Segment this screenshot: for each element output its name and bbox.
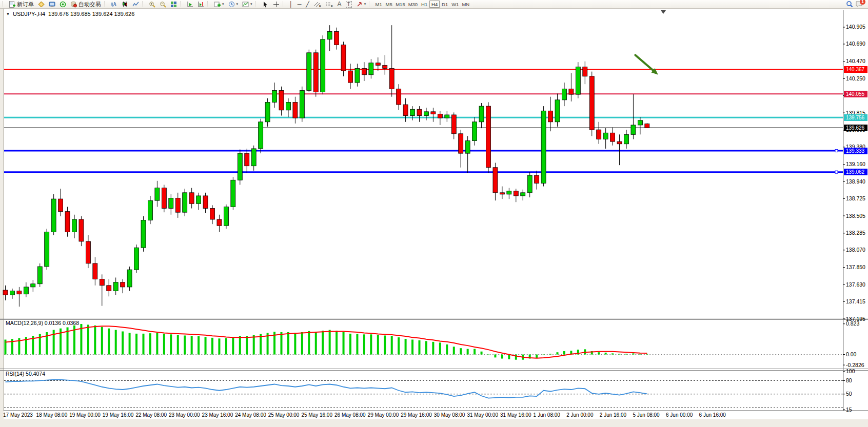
vertical-line-button[interactable]: │ bbox=[287, 1, 295, 8]
zoom-in-button[interactable] bbox=[147, 1, 157, 8]
price-tick-label: 137.850 bbox=[846, 264, 865, 270]
vertical-line-icon: │ bbox=[289, 1, 293, 8]
rsi-tick-label: 80 bbox=[846, 377, 852, 383]
time-tick-label: 24 May 08:00 bbox=[235, 412, 266, 418]
trendline-button[interactable]: ╱ bbox=[304, 1, 312, 8]
signals-icon bbox=[60, 1, 66, 8]
time-tick-label: 5 Jun 08:00 bbox=[633, 412, 660, 418]
price-tick-label: 140.250 bbox=[846, 75, 865, 82]
periods-button[interactable]: ▾ bbox=[226, 1, 241, 8]
indicators-button[interactable]: ▾ bbox=[212, 1, 226, 8]
fibonacci-button[interactable]: F bbox=[324, 1, 336, 8]
price-tick-label: 139.160 bbox=[846, 161, 865, 167]
timeframe-m15-button[interactable]: M15 bbox=[394, 1, 406, 8]
time-tick-label: 31 May 00:00 bbox=[467, 412, 498, 418]
terminal-icon bbox=[49, 1, 55, 8]
time-axis: 17 May 202318 May 08:0019 May 00:0019 Ma… bbox=[3, 412, 726, 418]
chevron-down-icon: ▾ bbox=[364, 1, 366, 8]
time-tick-label: 2 Jun 00:00 bbox=[566, 412, 594, 418]
search-button[interactable] bbox=[844, 1, 855, 8]
time-tick-label: 1 Jun 08:00 bbox=[534, 412, 561, 418]
auto-trading-button[interactable]: 自动交易 bbox=[68, 1, 103, 8]
templates-button[interactable]: ▾ bbox=[240, 1, 254, 8]
text-label-button[interactable]: T bbox=[344, 1, 354, 8]
toolbar-grip bbox=[2, 2, 5, 7]
metaeditor-button[interactable] bbox=[36, 1, 47, 8]
equidistant-channel-icon: E bbox=[314, 1, 322, 8]
timeframe-mn-button[interactable]: MN bbox=[460, 1, 471, 8]
crosshair-button[interactable] bbox=[271, 1, 282, 8]
new-order-button[interactable]: 新订单 bbox=[7, 1, 36, 8]
current-price-tag: 139.626 bbox=[844, 125, 867, 131]
timeframe-m1-button[interactable]: M1 bbox=[373, 1, 384, 8]
svg-text:F: F bbox=[331, 5, 333, 8]
time-tick-label: 23 May 00:00 bbox=[169, 412, 200, 418]
candlestick-chart-button[interactable] bbox=[120, 1, 130, 8]
cursor-arrow-icon bbox=[262, 1, 269, 8]
price-tag-resistance-2: 140.055 bbox=[844, 91, 867, 97]
chart-menu-triangle-icon[interactable]: ▼ bbox=[6, 12, 10, 16]
horizontal-line-button[interactable]: ─ bbox=[295, 1, 304, 8]
template-chart-icon bbox=[242, 1, 249, 8]
crosshair-icon bbox=[273, 1, 280, 8]
time-tick-label: 22 May 08:00 bbox=[135, 412, 167, 418]
search-icon bbox=[846, 1, 853, 8]
arrows-button[interactable]: ▾ bbox=[354, 1, 368, 8]
market-watch-button[interactable] bbox=[47, 1, 57, 8]
price-tick-label: 140.470 bbox=[846, 58, 865, 64]
price-tag-support-1: 139.333 bbox=[844, 148, 867, 154]
text-button[interactable]: A bbox=[336, 1, 344, 8]
timeframe-m30-button[interactable]: M30 bbox=[407, 1, 419, 8]
bar-chart-button[interactable] bbox=[109, 1, 120, 8]
signals-button[interactable] bbox=[57, 1, 68, 8]
macd-label: MACD(12,26,9) 0.0136 0.0368 bbox=[6, 320, 79, 326]
rsi-label: RSI(14) 50.4074 bbox=[6, 371, 45, 377]
svg-text:E: E bbox=[319, 5, 321, 8]
price-tick-label: 137.630 bbox=[846, 281, 865, 288]
chevron-down-icon: ▾ bbox=[250, 1, 252, 8]
toolbar-grip bbox=[180, 2, 183, 7]
notifications-button[interactable]: 1 bbox=[855, 1, 863, 8]
chevron-down-icon: ▾ bbox=[222, 1, 224, 8]
price-tick-label: 137.415 bbox=[846, 298, 865, 304]
mt4-window: 新订单 自动交易 ▾ ▾ ▾ │ ─ ╱ E F A T bbox=[0, 0, 868, 427]
new-order-label: 新订单 bbox=[17, 1, 34, 8]
timeframe-d1-button[interactable]: D1 bbox=[440, 1, 450, 8]
clock-icon bbox=[228, 1, 235, 8]
timeframe-h1-button[interactable]: H1 bbox=[419, 1, 429, 8]
time-tick-label: 31 May 16:00 bbox=[500, 412, 531, 418]
chart-shift-button[interactable] bbox=[195, 1, 206, 8]
auto-scroll-button[interactable] bbox=[185, 1, 195, 8]
zoom-out-button[interactable] bbox=[157, 1, 168, 8]
time-tick-label: 23 May 16:00 bbox=[202, 412, 233, 418]
equidistant-channel-button[interactable]: E bbox=[312, 1, 324, 8]
line-handle[interactable] bbox=[835, 171, 838, 173]
toolbar-grip bbox=[142, 2, 145, 7]
line-chart-button[interactable] bbox=[130, 1, 141, 8]
macd-tick-label: 0.823 bbox=[846, 320, 859, 327]
zoom-in-icon bbox=[149, 1, 155, 8]
text-label-icon: T bbox=[346, 1, 352, 8]
time-tick-label: 19 May 16:00 bbox=[103, 412, 134, 418]
tile-windows-button[interactable] bbox=[168, 1, 179, 8]
toolbar-grip bbox=[369, 2, 372, 7]
chart-shift-icon bbox=[198, 1, 204, 8]
rsi-tick-label: 50 bbox=[846, 391, 852, 397]
cursor-button[interactable] bbox=[260, 1, 271, 8]
new-order-icon bbox=[9, 1, 15, 8]
price-tag-support-2: 139.062 bbox=[844, 169, 867, 175]
timeframe-m5-button[interactable]: M5 bbox=[384, 1, 394, 8]
trendline-icon: ╱ bbox=[306, 1, 309, 8]
price-tick-label: 138.725 bbox=[846, 195, 865, 201]
candlestick-chart[interactable]: 140.905140.690140.470140.250140.035139.8… bbox=[0, 0, 868, 427]
timeframe-h4-button[interactable]: H4 bbox=[429, 1, 440, 8]
auto-scroll-icon bbox=[187, 1, 193, 8]
line-handle[interactable] bbox=[835, 150, 838, 152]
macd-tick-label: -0.2826 bbox=[846, 362, 864, 368]
timeframe-w1-button[interactable]: W1 bbox=[450, 1, 460, 8]
chart-title: ▼ USDJPY-,H4 139.676 139.685 139.624 139… bbox=[6, 11, 134, 17]
toolbar-grip bbox=[283, 2, 286, 7]
toolbar-grip bbox=[104, 2, 107, 7]
rsi-tick-label: 100 bbox=[846, 368, 855, 374]
line-chart-icon bbox=[132, 1, 139, 8]
